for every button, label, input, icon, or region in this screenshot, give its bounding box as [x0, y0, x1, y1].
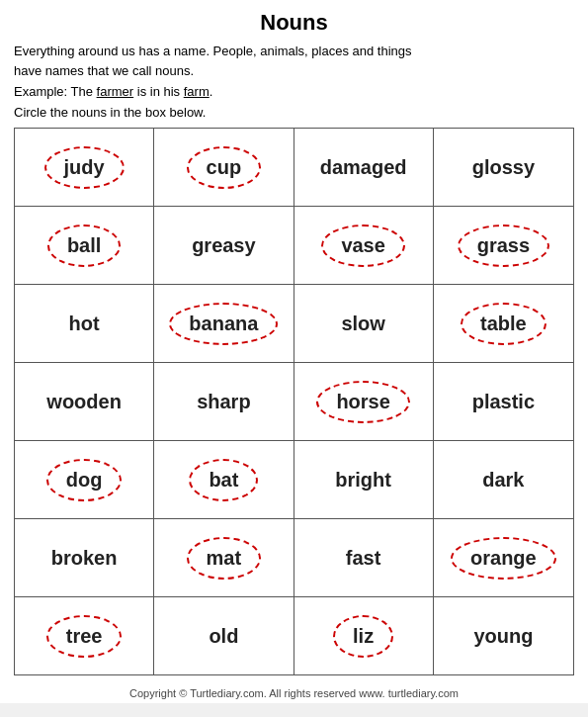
noun-word: broken: [51, 547, 118, 570]
example: Example: The farmer is in his farm.: [14, 84, 574, 99]
example-word2: farm: [184, 84, 210, 99]
grid-cell-4-3: dark: [434, 441, 573, 518]
grid-row-4: dogbatbrightdark: [15, 441, 573, 519]
grid-cell-3-1: sharp: [154, 363, 294, 440]
grid-row-1: ballgreasyvasegrass: [15, 207, 573, 285]
grid-cell-5-1: mat: [154, 519, 294, 596]
grid-cell-6-3: young: [434, 597, 573, 674]
desc-line1: Everything around us has a name. People,…: [14, 44, 412, 58]
grid-cell-0-0: judy: [15, 129, 154, 206]
grid-cell-4-0: dog: [15, 441, 154, 518]
noun-word-circled: orange: [451, 537, 556, 580]
page-title: Nouns: [14, 10, 574, 36]
example-middle: is in his: [133, 84, 184, 99]
grid-cell-6-1: old: [154, 597, 294, 674]
noun-word-circled: liz: [333, 615, 393, 658]
noun-word-circled: mat: [187, 537, 262, 580]
desc-line2: have names that we call nouns.: [14, 63, 194, 78]
grid-cell-4-2: bright: [294, 441, 434, 518]
noun-word: old: [209, 625, 238, 648]
example-prefix: Example: The: [14, 84, 97, 99]
grid-cell-4-1: bat: [154, 441, 294, 518]
noun-word-circled: horse: [316, 381, 409, 423]
grid-cell-2-0: hot: [15, 285, 154, 362]
noun-word: sharp: [197, 391, 250, 413]
grid-row-6: treeoldlizyoung: [15, 597, 573, 674]
noun-word-circled: banana: [169, 303, 278, 345]
noun-word: plastic: [472, 391, 535, 413]
noun-word-circled: vase: [321, 224, 405, 267]
grid-cell-5-3: orange: [434, 519, 573, 596]
noun-word-circled: ball: [47, 224, 121, 267]
noun-word-circled: table: [461, 303, 546, 345]
grid-row-2: hotbananaslowtable: [15, 285, 573, 363]
example-word1: farmer: [97, 84, 134, 99]
noun-word: wooden: [46, 391, 122, 413]
noun-word: damaged: [320, 156, 407, 179]
grid-cell-2-2: slow: [294, 285, 434, 362]
noun-word: bright: [335, 469, 391, 492]
noun-word: young: [473, 625, 533, 648]
grid-row-3: woodensharphorseplastic: [15, 363, 573, 441]
description: Everything around us has a name. People,…: [14, 42, 574, 80]
page-container: Nouns Everything around us has a name. P…: [0, 0, 588, 681]
noun-word: greasy: [192, 234, 256, 257]
noun-word-circled: dog: [46, 459, 123, 501]
noun-word: hot: [69, 313, 100, 335]
noun-word-circled: judy: [44, 146, 125, 189]
grid-cell-5-0: broken: [15, 519, 154, 596]
noun-word-circled: cup: [187, 146, 262, 189]
grid-cell-1-1: greasy: [154, 207, 294, 284]
noun-word: slow: [341, 313, 384, 335]
noun-word: glossy: [472, 156, 535, 179]
grid-cell-3-0: wooden: [15, 363, 154, 440]
instruction: Circle the nouns in the box below.: [14, 105, 574, 120]
noun-word-circled: grass: [458, 224, 549, 267]
grid-cell-6-2: liz: [294, 597, 434, 674]
noun-grid: judycupdamagedglossyballgreasyvasegrassh…: [14, 128, 574, 675]
grid-cell-0-3: glossy: [434, 129, 573, 206]
grid-cell-3-2: horse: [294, 363, 434, 440]
grid-row-5: brokenmatfastorange: [15, 519, 573, 597]
grid-cell-2-3: table: [434, 285, 573, 362]
grid-cell-3-3: plastic: [434, 363, 573, 440]
grid-cell-1-3: grass: [434, 207, 573, 284]
grid-cell-0-1: cup: [154, 129, 294, 206]
grid-row-0: judycupdamagedglossy: [15, 129, 573, 207]
grid-cell-0-2: damaged: [294, 129, 434, 206]
noun-word: dark: [482, 469, 524, 492]
grid-cell-1-0: ball: [15, 207, 154, 284]
noun-word-circled: tree: [46, 615, 123, 658]
grid-cell-1-2: vase: [294, 207, 434, 284]
footer: Copyright © Turtlediary.com. All rights …: [0, 681, 588, 703]
noun-word-circled: bat: [189, 459, 258, 501]
grid-cell-6-0: tree: [15, 597, 154, 674]
grid-cell-2-1: banana: [154, 285, 294, 362]
grid-cell-5-2: fast: [294, 519, 434, 596]
noun-word: fast: [346, 547, 381, 570]
example-suffix: .: [210, 84, 213, 99]
